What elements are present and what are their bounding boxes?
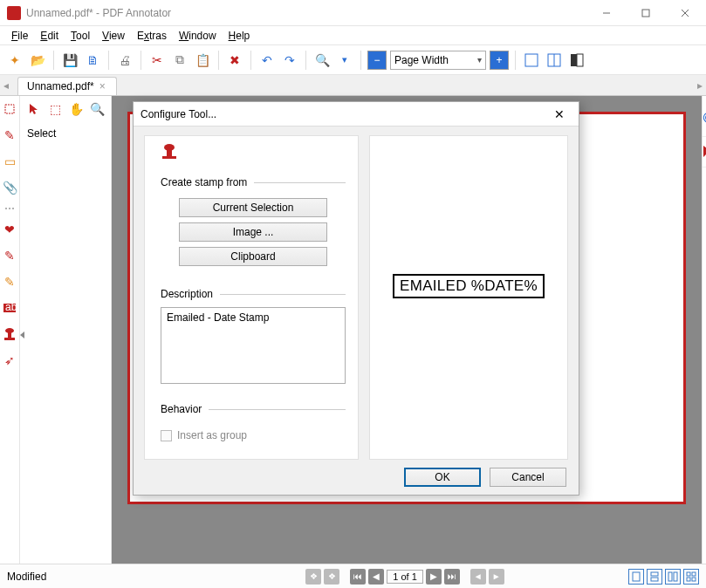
separator: [108, 51, 109, 70]
menu-file[interactable]: File: [5, 28, 34, 44]
dialog-titlebar[interactable]: Configure Tool... ✕: [134, 102, 579, 126]
tab-scroll-left-icon[interactable]: ◂: [0, 79, 12, 92]
main-toolbar: ✦ 📂 💾 🗎 🖨 ✂ ⧉ 📋 ✖ ↶ ↷ 🔍 ▾ − Page Width ▾…: [0, 45, 706, 75]
minimize-button[interactable]: [586, 0, 626, 26]
svg-rect-7: [571, 54, 577, 66]
maximize-button[interactable]: [626, 0, 665, 26]
behavior-label: Behavior: [161, 403, 202, 415]
last-page-icon[interactable]: ⏭: [444, 569, 460, 585]
dialog-close-icon[interactable]: ✕: [547, 107, 572, 121]
zoom-mode-select[interactable]: Page Width ▾: [390, 51, 486, 70]
paste-icon[interactable]: 📋: [193, 51, 212, 70]
pen-tool-icon[interactable]: ✎: [0, 126, 19, 145]
svg-rect-18: [651, 572, 658, 576]
find-icon[interactable]: 🔍: [312, 51, 332, 70]
redo-icon[interactable]: ↷: [280, 51, 299, 70]
page-thumb-prev-icon[interactable]: ❖: [305, 569, 321, 585]
right-pane-pointer[interactable]: [703, 136, 706, 168]
separator: [515, 51, 516, 70]
menu-help[interactable]: Help: [223, 28, 257, 44]
nav-back-icon[interactable]: ◄: [470, 569, 486, 585]
ok-button[interactable]: OK: [404, 468, 481, 487]
svg-rect-27: [167, 150, 172, 156]
view-single-icon[interactable]: [628, 569, 644, 585]
stamp-tab-icon[interactable]: [161, 143, 180, 162]
hand-icon[interactable]: ✋: [67, 100, 85, 118]
close-tab-icon[interactable]: ×: [99, 80, 106, 92]
pointer-icon[interactable]: [25, 100, 43, 118]
description-input[interactable]: [161, 307, 346, 384]
open-icon[interactable]: 📂: [28, 51, 47, 70]
document-tab[interactable]: Unnamed.pdf* ×: [17, 77, 117, 95]
clipboard-button[interactable]: Clipboard: [179, 247, 327, 266]
current-selection-button[interactable]: Current Selection: [179, 198, 327, 217]
menu-view[interactable]: View: [96, 28, 131, 44]
marker-orange-icon[interactable]: ✎: [0, 272, 19, 291]
tool-options-column: ⬚ ✋ 🔍 Select: [20, 96, 112, 564]
view-two-page-icon[interactable]: [665, 569, 681, 585]
arrow-tool-icon[interactable]: ➶: [0, 351, 19, 370]
undo-icon[interactable]: ↶: [257, 51, 277, 70]
layout3-icon[interactable]: [567, 51, 586, 70]
svg-point-28: [164, 144, 175, 151]
next-page-icon[interactable]: ▶: [426, 569, 442, 585]
stamp-preview: EMAILED %DATE%: [393, 274, 545, 298]
note-tool-icon[interactable]: ▭: [0, 152, 19, 171]
layout1-icon[interactable]: [522, 51, 541, 70]
svg-rect-12: [4, 338, 15, 340]
view-continuous-icon[interactable]: [647, 569, 662, 585]
image-button[interactable]: Image ...: [179, 222, 327, 242]
nav-fwd-icon[interactable]: ►: [489, 569, 504, 585]
tab-scroll-right-icon[interactable]: ▸: [694, 79, 706, 92]
chevron-down-icon: ▾: [477, 55, 482, 65]
left-tool-column: ✎ ▭ 📎 ❤ ✎ ✎ ab ➶: [0, 96, 20, 564]
page-field[interactable]: 1 of 1: [387, 570, 423, 584]
select-tool-icon[interactable]: [0, 99, 19, 119]
insert-as-group-checkbox[interactable]: [161, 430, 172, 441]
find-next-icon[interactable]: ▾: [335, 51, 354, 70]
view-mode-icons: [628, 569, 699, 585]
svg-rect-8: [577, 54, 583, 66]
svg-rect-19: [651, 578, 658, 581]
svg-rect-17: [633, 572, 640, 581]
cut-icon[interactable]: ✂: [147, 51, 167, 70]
marker-red-icon[interactable]: ✎: [0, 246, 19, 265]
mode-label: Select: [27, 127, 56, 140]
menu-edit[interactable]: Edit: [34, 28, 65, 44]
menu-extras[interactable]: Extras: [131, 28, 173, 44]
delete-icon[interactable]: ✖: [225, 51, 244, 70]
close-button[interactable]: [665, 0, 704, 26]
zoom-in-icon[interactable]: +: [490, 51, 509, 70]
svg-rect-1: [642, 10, 649, 17]
svg-rect-21: [674, 572, 677, 581]
attachment-tool-icon[interactable]: 📎: [0, 178, 19, 197]
menu-window[interactable]: Window: [173, 28, 223, 44]
zoom-out-icon[interactable]: −: [367, 51, 387, 70]
prev-page-icon[interactable]: ◀: [368, 569, 384, 585]
svg-text:ab: ab: [5, 303, 17, 313]
save-as-icon[interactable]: 🗎: [83, 51, 102, 70]
lasso-icon[interactable]: ⬚: [46, 100, 64, 118]
layout2-icon[interactable]: [545, 51, 564, 70]
cancel-button[interactable]: Cancel: [490, 468, 566, 487]
zoom-tool-icon[interactable]: 🔍: [88, 100, 106, 118]
new-doc-icon[interactable]: ✦: [5, 51, 24, 70]
save-icon[interactable]: 💾: [60, 51, 79, 70]
copy-icon[interactable]: ⧉: [170, 51, 189, 70]
first-page-icon[interactable]: ⏮: [350, 569, 366, 585]
menu-tool[interactable]: Tool: [65, 28, 96, 44]
status-text: Modified: [7, 571, 182, 583]
right-pane-swirl-icon[interactable]: ◉: [703, 96, 706, 136]
favorite-tool-icon[interactable]: ❤: [0, 220, 19, 239]
text-box-tool-icon[interactable]: ab: [0, 298, 19, 318]
print-icon[interactable]: 🖨: [115, 51, 134, 70]
view-grid-icon[interactable]: [683, 569, 699, 585]
stamp-tool-icon[interactable]: [0, 325, 19, 344]
separator-dots: [5, 208, 14, 209]
configure-tool-dialog: Configure Tool... ✕ Create stamp from Cu…: [133, 101, 579, 496]
dialog-preview-panel: EMAILED %DATE%: [369, 135, 568, 460]
create-stamp-label: Create stamp from: [161, 176, 247, 188]
divider: [220, 294, 346, 295]
page-thumb-next-icon[interactable]: ❖: [324, 569, 339, 585]
separator: [141, 51, 141, 70]
